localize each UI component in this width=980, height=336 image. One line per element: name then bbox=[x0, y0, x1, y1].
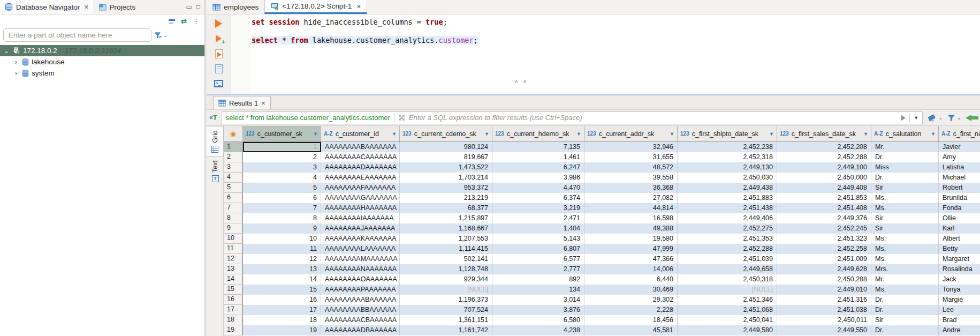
grid-cell[interactable]: 6 bbox=[243, 193, 321, 203]
grid-cell[interactable]: 68,377 bbox=[400, 203, 492, 213]
grid-cell[interactable]: AAAAAAAAOAAAAAAA bbox=[321, 274, 400, 285]
caret-expanded-icon[interactable]: ⌄ bbox=[3, 47, 10, 55]
sort-dropdown-icon[interactable]: ▼ bbox=[931, 131, 936, 137]
grid-cell[interactable]: 13 bbox=[243, 264, 321, 274]
grid-cell[interactable]: 2,451,068 bbox=[678, 305, 777, 315]
grid-cell[interactable]: 9 bbox=[243, 223, 321, 234]
grid-cell[interactable]: 2,452,208 bbox=[777, 142, 871, 152]
row-number-cell[interactable]: 15 bbox=[224, 285, 243, 295]
tab-database-navigator[interactable]: Database Navigator × bbox=[0, 0, 94, 14]
grid-cell[interactable]: 47,366 bbox=[584, 254, 678, 264]
grid-cell[interactable]: 29,302 bbox=[584, 295, 678, 305]
sort-dropdown-icon[interactable]: ▼ bbox=[313, 131, 318, 137]
grid-cell[interactable]: AAAAAAAAPAAAAAAA bbox=[321, 285, 400, 295]
grid-cell[interactable]: 6,247 bbox=[492, 162, 584, 173]
grid-cell[interactable]: Ms. bbox=[871, 285, 939, 295]
grid-cell[interactable]: Ms. bbox=[871, 254, 939, 264]
grid-cell[interactable]: 45,581 bbox=[584, 325, 678, 335]
grid-cell[interactable]: 27,082 bbox=[584, 193, 678, 203]
grid-cell[interactable]: 1,404 bbox=[492, 223, 584, 234]
filters-menu-button[interactable]: ⌄ bbox=[947, 114, 961, 122]
grid-cell[interactable]: 2,451,346 bbox=[678, 295, 777, 305]
column-header-c_customer_id[interactable]: A-Zc_customer_id▼ bbox=[321, 126, 400, 141]
apply-filter-icon[interactable] bbox=[901, 115, 906, 121]
column-header-c_salutation[interactable]: A-Zc_salutation▼ bbox=[871, 126, 939, 141]
grid-cell[interactable]: 19 bbox=[243, 325, 321, 335]
grid-cell[interactable]: Rosalinda bbox=[939, 264, 980, 274]
grid-cell[interactable]: 2,452,238 bbox=[678, 142, 777, 152]
grid-cell[interactable]: 2,449,100 bbox=[777, 162, 871, 173]
grid-cell[interactable]: 18,456 bbox=[584, 315, 678, 325]
grid-cell[interactable]: 2,451,408 bbox=[777, 203, 871, 213]
sql-code[interactable]: set session hide_inaccessible_columns = … bbox=[252, 18, 478, 45]
grid-cell[interactable]: Ms. bbox=[871, 203, 939, 213]
grid-cell[interactable]: 2,452,258 bbox=[777, 244, 871, 254]
grid-cell[interactable]: 14,006 bbox=[584, 264, 678, 274]
grid-cell[interactable]: Margaret bbox=[939, 254, 980, 264]
grid-cell[interactable]: 3,014 bbox=[492, 295, 584, 305]
grid-cell[interactable]: 4,238 bbox=[492, 325, 584, 335]
grid-cell[interactable]: 1,196,373 bbox=[400, 295, 492, 305]
grid-cell[interactable]: 502,141 bbox=[400, 254, 492, 264]
view-menu-icon[interactable]: ⋮ bbox=[193, 17, 200, 25]
grid-cell[interactable]: 6,807 bbox=[492, 244, 584, 254]
grid-cell[interactable]: AAAAAAAAIAAAAAAA bbox=[321, 213, 400, 223]
grid-cell[interactable]: 11 bbox=[243, 244, 321, 254]
grid-cell[interactable]: 44,814 bbox=[584, 203, 678, 213]
grid-cell[interactable]: 7,135 bbox=[492, 142, 584, 152]
presentation-tab-grid[interactable]: Grid bbox=[207, 126, 224, 156]
grid-cell[interactable]: AAAAAAAADAAAAAAA bbox=[321, 162, 400, 173]
grid-cell[interactable]: 2,449,438 bbox=[678, 183, 777, 193]
grid-cell[interactable]: Tonya bbox=[939, 285, 980, 295]
grid-cell[interactable]: 6,577 bbox=[492, 254, 584, 264]
grid-cell[interactable]: 2,449,408 bbox=[777, 183, 871, 193]
grid-cell[interactable]: 2,449,550 bbox=[777, 325, 871, 335]
grid-cell[interactable]: Karl bbox=[939, 223, 980, 234]
grid-cell[interactable]: Latisha bbox=[939, 162, 980, 173]
grid-cell[interactable]: Amy bbox=[939, 152, 980, 162]
grid-cell[interactable]: 1,473,522 bbox=[400, 162, 492, 173]
grid-cell[interactable]: Dr. bbox=[871, 152, 939, 162]
grid-cell[interactable]: 2,449,580 bbox=[678, 325, 777, 335]
column-header-c_current_hdemo_sk[interactable]: 123c_current_hdemo_sk▼ bbox=[492, 126, 584, 141]
grid-cell[interactable]: 3,219 bbox=[492, 203, 584, 213]
grid-cell[interactable]: 213,219 bbox=[400, 193, 492, 203]
grid-cell[interactable]: 3 bbox=[243, 162, 321, 173]
grid-cell[interactable]: AAAAAAAAEAAAAAAA bbox=[321, 173, 400, 183]
open-console-button[interactable]: >_ bbox=[214, 79, 224, 88]
grid-cell[interactable]: 819,667 bbox=[400, 152, 492, 162]
row-number-cell[interactable]: 6 bbox=[224, 193, 243, 203]
grid-cell[interactable]: 7 bbox=[243, 203, 321, 213]
object-search-input[interactable]: Enter a part of object name here bbox=[3, 28, 151, 42]
grid-cell[interactable]: Sir bbox=[871, 213, 939, 223]
grid-cell[interactable]: AAAAAAAAMAAAAAAA bbox=[321, 254, 400, 264]
grid-cell[interactable]: Mrs. bbox=[871, 264, 939, 274]
execute-script-button[interactable] bbox=[214, 49, 224, 58]
sort-dropdown-icon[interactable]: ▼ bbox=[392, 131, 397, 137]
grid-cell[interactable]: Ms. bbox=[871, 234, 939, 244]
presentation-tab-text[interactable]: Text T bbox=[207, 156, 224, 185]
filter-history-dropdown-icon[interactable]: ▼ bbox=[914, 115, 918, 121]
grid-cell[interactable]: 2,450,041 bbox=[678, 315, 777, 325]
grid-cell[interactable]: 15 bbox=[243, 285, 321, 295]
grid-cell[interactable]: 2,228 bbox=[584, 305, 678, 315]
grid-cell[interactable]: AAAAAAAABAAAAAAA bbox=[321, 142, 400, 152]
row-number-cell[interactable]: 8 bbox=[224, 213, 243, 223]
grid-cell[interactable]: AAAAAAAACAAAAAAA bbox=[321, 152, 400, 162]
sort-dropdown-icon[interactable]: ▼ bbox=[769, 131, 774, 137]
caret-collapsed-icon[interactable]: › bbox=[13, 70, 19, 77]
row-number-cell[interactable]: 12 bbox=[224, 254, 243, 264]
grid-cell[interactable]: Robert bbox=[939, 183, 980, 193]
grid-cell[interactable]: 31,655 bbox=[584, 152, 678, 162]
execute-new-tab-button[interactable]: + bbox=[214, 34, 224, 43]
grid-cell[interactable]: 2,450,318 bbox=[678, 274, 777, 285]
grid-cell[interactable]: Michael bbox=[939, 173, 980, 183]
grid-cell[interactable]: 16,598 bbox=[584, 213, 678, 223]
grid-cell[interactable]: 2,450,030 bbox=[678, 173, 777, 183]
grid-cell[interactable]: [NULL] bbox=[400, 285, 492, 295]
explain-plan-button[interactable] bbox=[214, 64, 224, 73]
grid-cell[interactable]: Ms. bbox=[871, 244, 939, 254]
execute-statement-button[interactable] bbox=[214, 19, 224, 28]
maximize-panel-button[interactable]: □ bbox=[196, 3, 200, 11]
row-number-cell[interactable]: 16 bbox=[224, 295, 243, 305]
